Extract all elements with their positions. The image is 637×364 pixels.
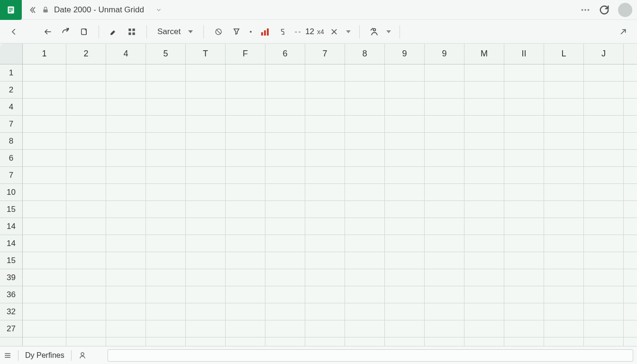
cell[interactable] — [584, 286, 624, 303]
cell[interactable] — [23, 269, 66, 286]
cell[interactable] — [504, 99, 544, 115]
cell[interactable] — [425, 286, 464, 303]
cell[interactable] — [106, 116, 146, 132]
cell[interactable] — [66, 150, 106, 166]
cell[interactable] — [23, 99, 66, 115]
cell[interactable] — [226, 64, 265, 81]
cell[interactable] — [106, 184, 146, 200]
cell[interactable] — [186, 167, 226, 183]
cell[interactable] — [464, 82, 504, 98]
cell[interactable] — [186, 337, 226, 346]
cell[interactable] — [544, 218, 584, 235]
cell[interactable] — [385, 303, 425, 320]
row-header[interactable]: 14 — [0, 218, 22, 235]
cell[interactable] — [66, 337, 106, 346]
back-button[interactable] — [6, 24, 22, 40]
cell[interactable] — [106, 218, 146, 235]
row-header[interactable]: 15 — [0, 252, 22, 269]
cell[interactable] — [425, 99, 464, 115]
cell[interactable] — [265, 184, 305, 200]
cell[interactable] — [504, 337, 544, 346]
person-status-icon[interactable] — [78, 351, 87, 360]
row-header[interactable]: 7 — [0, 116, 22, 133]
cell[interactable] — [425, 252, 464, 269]
function-button[interactable] — [275, 24, 291, 40]
cell[interactable] — [265, 320, 305, 337]
cell[interactable] — [584, 252, 624, 269]
cell[interactable] — [504, 150, 544, 166]
cell[interactable] — [186, 218, 226, 235]
cell[interactable] — [265, 133, 305, 149]
cell[interactable] — [186, 82, 226, 98]
cell[interactable] — [345, 150, 385, 166]
cell[interactable] — [186, 235, 226, 252]
cell[interactable] — [305, 116, 345, 132]
cell[interactable] — [106, 99, 146, 115]
cell[interactable] — [66, 235, 106, 252]
cell[interactable] — [146, 184, 186, 200]
cell[interactable] — [385, 133, 425, 149]
font-select[interactable]: Sarcet — [154, 25, 197, 38]
cell[interactable] — [584, 167, 624, 183]
cell[interactable] — [584, 184, 624, 200]
cell[interactable] — [584, 99, 624, 115]
cell[interactable] — [624, 337, 637, 346]
cell[interactable] — [265, 150, 305, 166]
cell[interactable] — [345, 184, 385, 200]
collapse-icon[interactable] — [28, 6, 37, 14]
cell[interactable] — [186, 133, 226, 149]
cell[interactable] — [385, 252, 425, 269]
cell[interactable] — [305, 82, 345, 98]
cell[interactable] — [23, 116, 66, 132]
cell[interactable] — [66, 133, 106, 149]
cell[interactable] — [66, 286, 106, 303]
cell[interactable] — [265, 64, 305, 81]
cell[interactable] — [23, 235, 66, 252]
dot-icon[interactable] — [246, 24, 255, 40]
cell[interactable] — [23, 303, 66, 320]
cell[interactable] — [265, 218, 305, 235]
cell[interactable] — [23, 218, 66, 235]
cell[interactable] — [106, 286, 146, 303]
cell[interactable] — [584, 201, 624, 218]
cell[interactable] — [345, 337, 385, 346]
grid-button[interactable] — [124, 24, 140, 40]
row-header[interactable]: 6 — [0, 150, 22, 167]
cell[interactable] — [226, 150, 265, 166]
cell[interactable] — [106, 235, 146, 252]
cell[interactable] — [186, 99, 226, 115]
cell[interactable] — [226, 269, 265, 286]
cell[interactable] — [265, 167, 305, 183]
redo-button[interactable] — [58, 24, 74, 40]
column-header[interactable]: 8 — [345, 44, 385, 64]
cell[interactable] — [544, 167, 584, 183]
cell[interactable] — [504, 320, 544, 337]
cell[interactable] — [146, 252, 186, 269]
person-dropdown[interactable] — [384, 24, 393, 40]
cell[interactable] — [425, 133, 464, 149]
document-title[interactable]: Date 2000 - Unmat Gridd — [54, 5, 144, 15]
cell[interactable] — [23, 150, 66, 166]
cell[interactable] — [265, 337, 305, 346]
cell[interactable] — [23, 201, 66, 218]
cell[interactable] — [464, 167, 504, 183]
cell[interactable] — [226, 337, 265, 346]
cell[interactable] — [106, 303, 146, 320]
cell[interactable] — [544, 252, 584, 269]
cell[interactable] — [186, 116, 226, 132]
cell[interactable] — [345, 235, 385, 252]
cell[interactable] — [66, 167, 106, 183]
cell[interactable] — [146, 337, 186, 346]
paint-button[interactable] — [106, 24, 122, 40]
cell[interactable] — [305, 150, 345, 166]
cell[interactable] — [305, 218, 345, 235]
cell[interactable] — [345, 218, 385, 235]
cell[interactable] — [464, 235, 504, 252]
cell[interactable] — [544, 320, 584, 337]
cell[interactable] — [305, 167, 345, 183]
cell[interactable] — [146, 82, 186, 98]
clear-button[interactable] — [326, 24, 342, 40]
row-header[interactable]: 2 — [0, 82, 22, 99]
cell[interactable] — [23, 320, 66, 337]
cell[interactable] — [385, 167, 425, 183]
